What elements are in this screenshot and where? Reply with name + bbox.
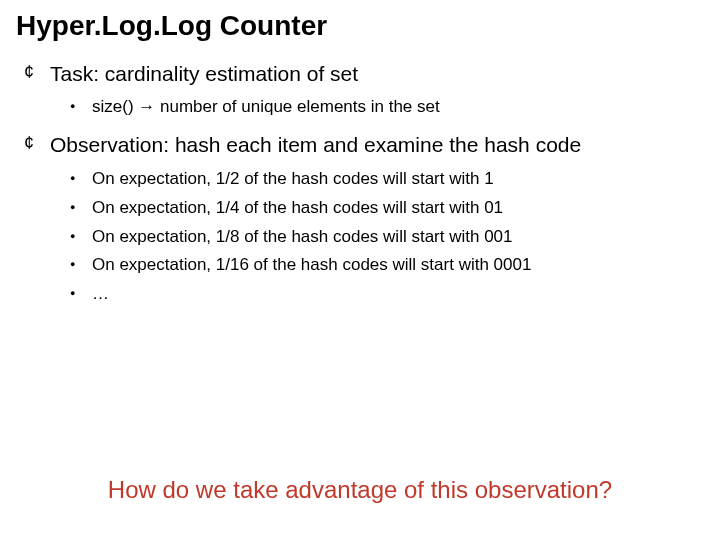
sub-bullet-size: size() → number of unique elements in th… (70, 96, 704, 119)
bullet-task: Task: cardinality estimation of set size… (24, 60, 704, 119)
sub-bullet-sixteenth: On expectation, 1/16 of the hash codes w… (70, 254, 704, 277)
sub-list-task: size() → number of unique elements in th… (70, 96, 704, 119)
slide: Hyper.Log.Log Counter Task: cardinality … (0, 0, 720, 540)
question-text: How do we take advantage of this observa… (0, 476, 720, 504)
bullet-task-text: Task: cardinality estimation of set (50, 62, 358, 85)
sub-bullet-ellipsis: … (70, 283, 704, 306)
sub-bullet-eighth: On expectation, 1/8 of the hash codes wi… (70, 226, 704, 249)
bullet-observation-text: Observation: hash each item and examine … (50, 133, 581, 156)
sub-bullet-half: On expectation, 1/2 of the hash codes wi… (70, 168, 704, 191)
sub-list-observation: On expectation, 1/2 of the hash codes wi… (70, 168, 704, 307)
sub-bullet-quarter: On expectation, 1/4 of the hash codes wi… (70, 197, 704, 220)
bullet-list: Task: cardinality estimation of set size… (24, 60, 704, 306)
bullet-observation: Observation: hash each item and examine … (24, 131, 704, 306)
slide-title: Hyper.Log.Log Counter (16, 10, 704, 42)
